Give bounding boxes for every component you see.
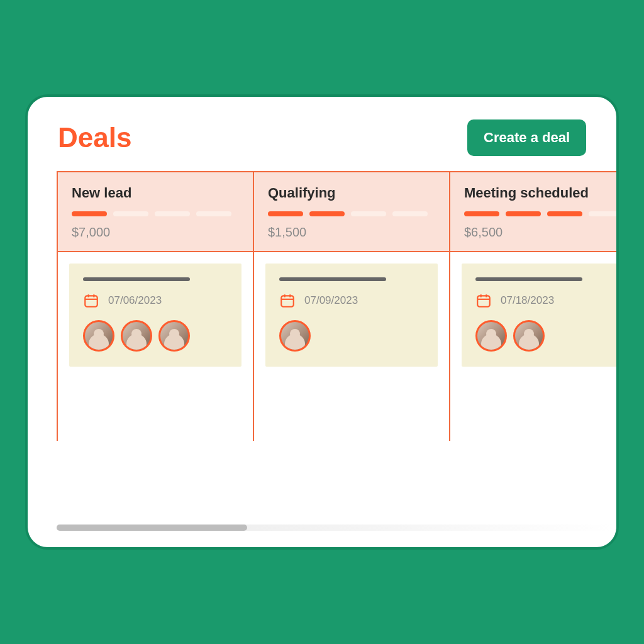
progress-bar (72, 211, 239, 216)
deal-card[interactable]: 07/06/2023 (69, 264, 242, 367)
column-title: New lead (72, 185, 239, 201)
deal-card[interactable]: 07/09/2023 (265, 264, 438, 367)
card-avatars (475, 320, 619, 352)
card-date-row: 07/06/2023 (83, 292, 228, 309)
pipeline-column: New lead$7,00007/06/2023 (58, 172, 254, 441)
card-title-placeholder (279, 277, 386, 281)
progress-segment (72, 211, 107, 216)
pipeline-column: Meeting scheduled$6,50007/18/2023 (450, 172, 619, 441)
svg-rect-4 (281, 296, 294, 306)
card-date-row: 07/18/2023 (475, 292, 619, 309)
deal-card[interactable]: 07/18/2023 (462, 264, 619, 367)
card-date: 07/09/2023 (304, 294, 358, 307)
progress-segment (268, 211, 303, 216)
avatar[interactable] (83, 320, 114, 352)
calendar-icon (279, 292, 296, 309)
page-title: Deals (58, 122, 131, 153)
progress-segment (351, 211, 386, 216)
progress-segment (155, 211, 190, 216)
column-amount: $1,500 (268, 225, 435, 240)
column-amount: $7,000 (72, 225, 239, 240)
avatar[interactable] (475, 320, 507, 352)
progress-segment (506, 211, 541, 216)
avatar[interactable] (158, 320, 190, 352)
calendar-icon (475, 292, 492, 309)
scrollbar-thumb[interactable] (57, 525, 247, 531)
progress-bar (268, 211, 435, 216)
card-date: 07/18/2023 (501, 294, 554, 307)
create-deal-button[interactable]: Create a deal (467, 119, 586, 156)
progress-segment (464, 211, 499, 216)
card-avatars (83, 320, 228, 352)
column-title: Qualifying (268, 185, 435, 201)
progress-segment (113, 211, 148, 216)
progress-segment (547, 211, 582, 216)
card-date: 07/06/2023 (108, 294, 162, 307)
progress-segment (196, 211, 231, 216)
progress-segment (589, 211, 619, 216)
avatar[interactable] (513, 320, 545, 352)
column-header: Qualifying$1,500 (254, 172, 449, 252)
progress-segment (309, 211, 345, 216)
pipeline-board: New lead$7,00007/06/2023Qualifying$1,500… (57, 171, 619, 441)
deals-window: Deals Create a deal New lead$7,00007/06/… (25, 94, 619, 550)
card-title-placeholder (83, 277, 190, 281)
calendar-icon (83, 292, 99, 309)
column-header: Meeting scheduled$6,500 (450, 172, 619, 252)
column-header: New lead$7,000 (58, 172, 253, 252)
column-body: 07/06/2023 (58, 252, 253, 441)
card-avatars (279, 320, 424, 352)
column-title: Meeting scheduled (464, 185, 619, 201)
card-title-placeholder (475, 277, 582, 281)
pipeline-column: Qualifying$1,50007/09/2023 (254, 172, 450, 441)
progress-bar (464, 211, 619, 216)
progress-segment (392, 211, 428, 216)
column-body: 07/09/2023 (254, 252, 449, 441)
avatar[interactable] (279, 320, 311, 352)
column-amount: $6,500 (464, 225, 619, 240)
svg-rect-8 (477, 296, 490, 306)
avatar[interactable] (121, 320, 152, 352)
svg-rect-0 (85, 296, 97, 306)
card-date-row: 07/09/2023 (279, 292, 424, 309)
horizontal-scrollbar[interactable] (57, 525, 616, 531)
header: Deals Create a deal (28, 97, 616, 171)
column-body: 07/18/2023 (450, 252, 619, 441)
